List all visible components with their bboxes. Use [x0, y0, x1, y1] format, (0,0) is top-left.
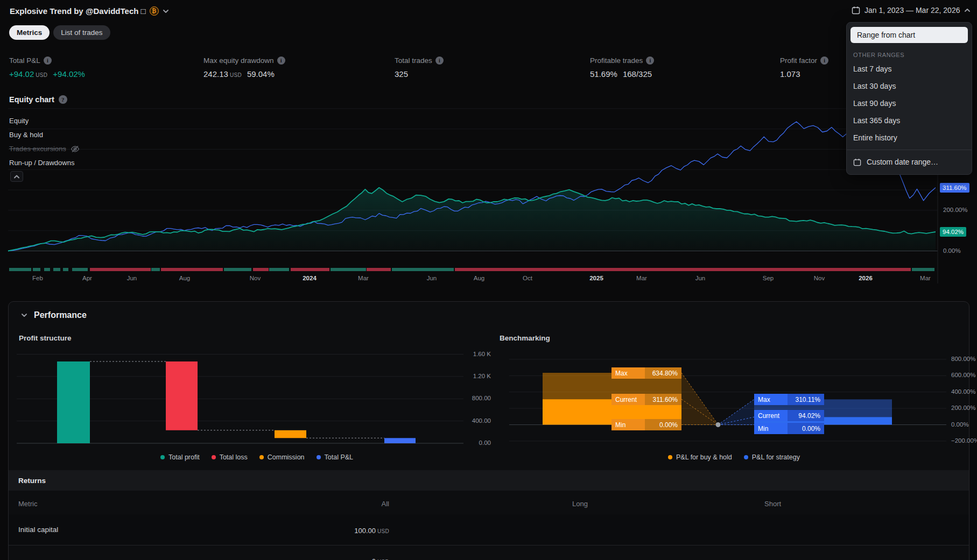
badge-stat-label: Min — [754, 423, 788, 434]
strategy-min-badge: Min0.00% — [754, 423, 824, 434]
col-header-all: All — [382, 500, 389, 508]
menu-item-custom-date-range[interactable]: Custom date range… — [847, 153, 972, 171]
collapse-legend-button[interactable] — [10, 171, 23, 182]
value-axis-label: −200.00% — [951, 437, 977, 444]
strategy-tester-screen: Explosive Trend by @DaviddTech □ ₿ Jan 1… — [0, 0, 977, 560]
table-row: Open P&L 0USD — [9, 545, 969, 560]
value-axis-label: 1.20 K — [464, 373, 491, 379]
value-axis-label: 600.00% — [951, 372, 975, 378]
legend-item[interactable]: Total P&L — [317, 453, 354, 461]
losing-period-bar — [455, 268, 911, 271]
axis-year-label: 2025 — [589, 275, 603, 281]
badge-stat-label: Current — [611, 394, 645, 405]
legend-dot-icon — [160, 455, 165, 459]
value-axis-label: 800.00 — [464, 395, 491, 401]
axis-month-label: Aug — [474, 275, 484, 281]
legend-label: P&L for buy & hold — [676, 453, 732, 461]
losing-period-bar — [291, 268, 329, 271]
row-all-value: 100.00USD — [354, 526, 389, 535]
axis-month-label: Sep — [763, 275, 774, 281]
benchmarking-chart — [496, 302, 970, 469]
menu-item-label: Entire history — [853, 133, 897, 142]
trade-direction-strip — [0, 268, 977, 271]
axis-month-label: Jun — [127, 275, 137, 281]
badge-stat-label: Current — [754, 410, 788, 421]
badge-stat-label: Max — [754, 394, 788, 405]
value-axis-label: 0.00 — [464, 440, 491, 446]
legend-item[interactable]: Total profit — [160, 453, 200, 461]
badge-stat-value: 634.80% — [645, 367, 681, 379]
row-all-value: 0USD — [372, 556, 389, 560]
winning-period-bar — [33, 268, 40, 271]
legend-item-equity[interactable]: Equity — [9, 117, 80, 125]
menu-item-range-from-chart[interactable]: Range from chart — [851, 27, 968, 43]
badge-stat-label: Max — [611, 367, 645, 379]
col-header-metric: Metric — [18, 500, 37, 508]
legend-dot-icon — [668, 455, 672, 459]
winning-period-bar — [63, 268, 68, 271]
axis-month-label: Nov — [250, 275, 261, 281]
losing-period-bar — [161, 268, 223, 271]
buyhold-min-badge: Min0.00% — [611, 419, 681, 430]
legend-dot-icon — [212, 455, 216, 459]
menu-group-label: OTHER RANGES — [853, 52, 972, 58]
badge-stat-value: 0.00% — [788, 423, 824, 434]
legend-label: Run-up / Drawdowns — [9, 159, 74, 167]
menu-item-last-30-days[interactable]: Last 30 days — [847, 77, 972, 95]
performance-card: Performance Profit structure Benchmarkin… — [8, 301, 969, 560]
menu-item-entire-history[interactable]: Entire history — [847, 129, 972, 146]
axis-month-label: Mar — [636, 275, 647, 281]
value: 100.00 — [354, 527, 376, 535]
price-axis-label: 0.00% — [943, 247, 961, 254]
badge-stat-value: 310.11% — [788, 394, 824, 405]
legend-label: Commission — [268, 453, 305, 461]
legend-label: Total loss — [220, 453, 248, 461]
legend-item[interactable]: P&L for buy & hold — [668, 453, 732, 461]
badge-stat-value: 94.02% — [788, 410, 824, 421]
value-axis-label: 800.00% — [951, 356, 975, 362]
winning-period-bar — [44, 268, 50, 271]
menu-item-label: Last 7 days — [853, 65, 892, 73]
buyhold-max-badge: Max634.80% — [611, 367, 681, 379]
axis-month-label: Apr — [82, 275, 92, 281]
price-axis-badge: 311.60% — [940, 183, 969, 193]
eye-off-icon[interactable] — [71, 145, 80, 153]
legend-item-buy-and-hold[interactable]: Buy & hold — [9, 131, 80, 139]
menu-item-last-90-days[interactable]: Last 90 days — [847, 95, 972, 112]
table-row: Initial capital 100.00USD — [9, 514, 969, 545]
legend-item[interactable]: Commission — [259, 453, 305, 461]
winning-period-bar — [392, 268, 454, 271]
row-metric-label: Initial capital — [18, 526, 58, 534]
strategy-max-badge: Max310.11% — [754, 394, 824, 405]
equity-chart-canvas — [0, 0, 977, 285]
menu-item-last-365-days[interactable]: Last 365 days — [847, 112, 972, 129]
menu-selected-label: Range from chart — [857, 31, 915, 39]
winning-period-bar — [224, 268, 251, 271]
winning-period-bar — [9, 268, 31, 271]
winning-period-bar — [53, 268, 60, 271]
legend-item[interactable]: P&L for strategy — [744, 453, 800, 461]
col-header-long: Long — [572, 500, 588, 508]
equity-legend: Equity Buy & hold Trades excursions Run-… — [9, 117, 80, 167]
axis-month-label: Nov — [814, 275, 825, 281]
menu-item-label: Last 365 days — [853, 116, 900, 125]
winning-period-bar — [72, 268, 88, 271]
time-axis: FebAprJunAugNov2024MarJunAugOct2025MarJu… — [0, 275, 977, 283]
value-unit: USD — [377, 528, 389, 534]
legend-item-runup-drawdowns[interactable]: Run-up / Drawdowns — [9, 159, 80, 167]
calendar-icon — [853, 158, 861, 166]
date-range-menu: Range from chart OTHER RANGES Last 7 day… — [846, 22, 972, 175]
axis-month-label: Aug — [179, 275, 190, 281]
menu-item-last-7-days[interactable]: Last 7 days — [847, 60, 972, 77]
legend-item-trades-excursions[interactable]: Trades excursions — [9, 145, 80, 153]
legend-label: Buy & hold — [9, 131, 43, 139]
value-axis-label: 1.60 K — [464, 351, 491, 357]
legend-dot-icon — [744, 455, 748, 459]
axis-month-label: Mar — [920, 275, 931, 281]
legend-label: Equity — [9, 117, 29, 125]
losing-period-bar — [253, 268, 269, 271]
legend-item[interactable]: Total loss — [212, 453, 248, 461]
legend-label: Total P&L — [325, 453, 354, 461]
chevron-up-icon — [14, 175, 19, 179]
menu-item-label: Custom date range… — [867, 158, 938, 166]
